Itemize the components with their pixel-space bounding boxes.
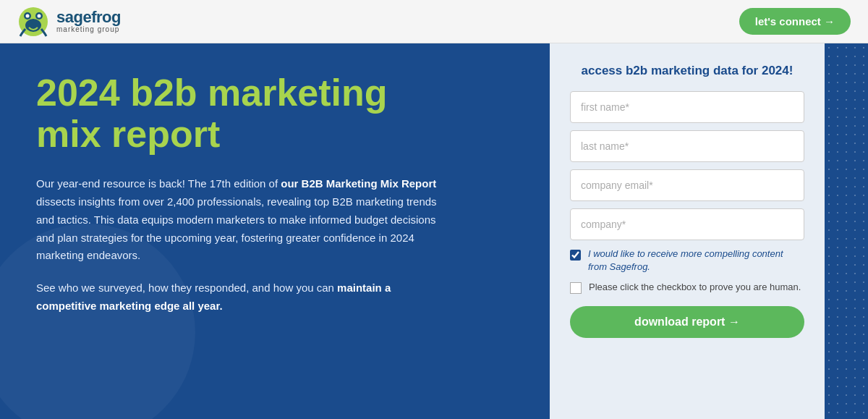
main-content: 2024 b2b marketing mix report Our year-e… [0, 43, 868, 419]
download-report-button[interactable]: download report → [570, 306, 804, 338]
svg-point-3 [26, 14, 30, 17]
last-name-input[interactable] [570, 130, 804, 162]
human-checkbox[interactable] [570, 282, 582, 294]
cta-paragraph: See who we surveyed, how they responded,… [36, 279, 441, 316]
consent-label: I would like to receive more compelling … [588, 247, 804, 274]
page-title: 2024 b2b marketing mix report [36, 72, 514, 155]
description-paragraph: Our year-end resource is back! The 17th … [36, 175, 456, 265]
consent-checkbox[interactable] [570, 250, 581, 261]
sagefrog-logo-icon [17, 6, 49, 38]
logo-name: sagefrog [56, 9, 121, 25]
svg-point-4 [38, 14, 41, 17]
human-label: Please click the checkbox to prove you a… [589, 281, 801, 294]
logo-text-area: sagefrog marketing group [56, 9, 121, 33]
company-input[interactable] [570, 208, 804, 240]
logo-sub: marketing group [56, 25, 121, 33]
lets-connect-button[interactable]: let's connect → [739, 8, 851, 35]
company-email-input[interactable] [570, 169, 804, 201]
form-title: access b2b marketing data for 2024! [570, 64, 804, 78]
human-verify-row: Please click the checkbox to prove you a… [570, 281, 804, 294]
header: sagefrog marketing group let's connect → [0, 0, 868, 43]
form-panel: access b2b marketing data for 2024! I wo… [550, 43, 825, 419]
logo-area: sagefrog marketing group [17, 6, 121, 38]
dots-background [825, 43, 868, 419]
first-name-input[interactable] [570, 91, 804, 123]
bold-report-name: our B2B Marketing Mix Report [281, 177, 436, 190]
consent-checkbox-row: I would like to receive more compelling … [570, 247, 804, 274]
left-panel: 2024 b2b marketing mix report Our year-e… [0, 43, 550, 419]
